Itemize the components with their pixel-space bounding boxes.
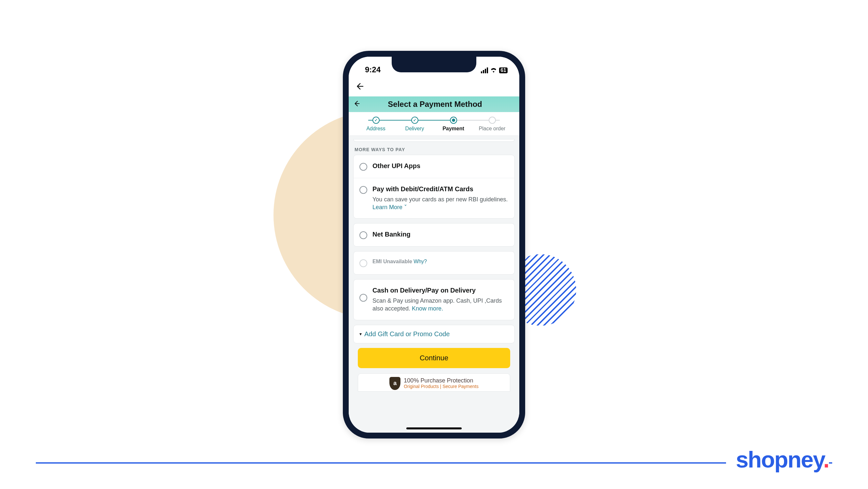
signal-icon — [481, 67, 488, 73]
option-netbanking[interactable]: Net Banking — [353, 224, 515, 246]
brand-dot-icon: . — [824, 447, 829, 472]
page-header: Select a Payment Method — [349, 96, 519, 112]
status-time: 9:24 — [365, 65, 381, 74]
step-delivery[interactable]: Delivery — [395, 117, 434, 132]
protection-title: 100% Purchase Protection — [404, 378, 478, 384]
wifi-icon — [490, 67, 497, 74]
option-cards[interactable]: Pay with Debit/Credit/ATM Cards You can … — [353, 178, 515, 219]
step-place-order: Place order — [473, 117, 512, 132]
link-text: Learn More — [372, 204, 402, 210]
radio-icon[interactable] — [360, 231, 367, 239]
option-subtext: Scan & Pay using Amazon app. Cash, UPI ,… — [372, 297, 508, 313]
continue-button[interactable]: Continue — [358, 348, 510, 368]
step-label: Payment — [442, 126, 464, 132]
step-payment[interactable]: Payment — [434, 117, 473, 132]
phone-notch — [392, 57, 476, 72]
promo-link-text: Add Gift Card or Promo Code — [364, 330, 450, 338]
footer-rule — [36, 462, 832, 464]
phone-frame: 9:24 61 Select a — [343, 51, 525, 438]
chevron-down-icon: ˅ — [404, 204, 407, 210]
option-title: Other UPI Apps — [372, 162, 508, 170]
stepper-line — [368, 120, 500, 120]
brand-name: shopney — [736, 447, 824, 472]
payment-options-card-4: Cash on Delivery/Pay on Delivery Scan & … — [353, 279, 515, 320]
payment-options-card-3: EMI Unavailable Why? — [353, 251, 515, 275]
page-back-button[interactable] — [353, 100, 361, 109]
option-title: Pay with Debit/Credit/ATM Cards — [372, 185, 508, 193]
payment-options-card: Other UPI Apps Pay with Debit/Credit/ATM… — [353, 155, 515, 219]
promo-card: ▾ Add Gift Card or Promo Code — [353, 325, 515, 343]
step-current-icon — [450, 117, 457, 124]
canvas: shopney. 9:24 61 — [0, 0, 868, 489]
option-emi-disabled: EMI Unavailable Why? — [353, 252, 515, 274]
step-label: Delivery — [405, 126, 424, 132]
checkout-stepper: Address Delivery Payment Place order — [349, 112, 519, 136]
option-other-upi[interactable]: Other UPI Apps — [353, 155, 515, 178]
section-heading: MORE WAYS TO PAY — [353, 144, 515, 155]
status-right: 61 — [481, 67, 507, 74]
continue-label: Continue — [420, 354, 448, 362]
radio-disabled-icon — [360, 259, 367, 267]
step-future-icon — [489, 117, 496, 124]
know-more-link[interactable]: Know more. — [412, 305, 443, 312]
radio-icon[interactable] — [360, 186, 367, 194]
app-back-button[interactable] — [355, 82, 513, 91]
radio-icon[interactable] — [360, 163, 367, 171]
option-subtext: You can save your cards as per new RBI g… — [372, 196, 508, 211]
option-sub-copy: You can save your cards as per new RBI g… — [372, 196, 508, 203]
add-promo-toggle[interactable]: ▾ Add Gift Card or Promo Code — [353, 325, 515, 343]
step-label: Address — [366, 126, 385, 132]
step-label: Place order — [479, 126, 506, 132]
payment-content[interactable]: MORE WAYS TO PAY Other UPI Apps Pay with… — [349, 136, 519, 433]
radio-icon[interactable] — [360, 294, 367, 302]
app-nav-bar — [349, 76, 519, 96]
shield-icon: a — [390, 377, 400, 390]
step-done-icon — [372, 117, 380, 124]
battery-indicator: 61 — [499, 67, 507, 73]
purchase-protection-banner: a 100% Purchase Protection Original Prod… — [358, 373, 510, 392]
option-title: EMI Unavailable — [372, 259, 412, 264]
chevron-down-icon: ▾ — [360, 331, 362, 337]
step-done-icon — [411, 117, 418, 124]
home-indicator — [406, 427, 462, 429]
phone-screen: 9:24 61 Select a — [349, 57, 519, 433]
payment-options-card-2: Net Banking — [353, 223, 515, 247]
option-title: Cash on Delivery/Pay on Delivery — [372, 287, 508, 294]
brand-logo: shopney. — [726, 447, 829, 473]
emi-why-link[interactable]: Why? — [413, 259, 427, 264]
option-cod[interactable]: Cash on Delivery/Pay on Delivery Scan & … — [353, 280, 515, 320]
learn-more-link[interactable]: Learn More ˅ — [372, 204, 407, 210]
protection-sub: Original Products | Secure Payments — [404, 384, 478, 389]
previous-card-peek — [353, 139, 515, 142]
step-address[interactable]: Address — [356, 117, 395, 132]
page-title: Select a Payment Method — [364, 100, 515, 109]
option-title: Net Banking — [372, 231, 508, 238]
